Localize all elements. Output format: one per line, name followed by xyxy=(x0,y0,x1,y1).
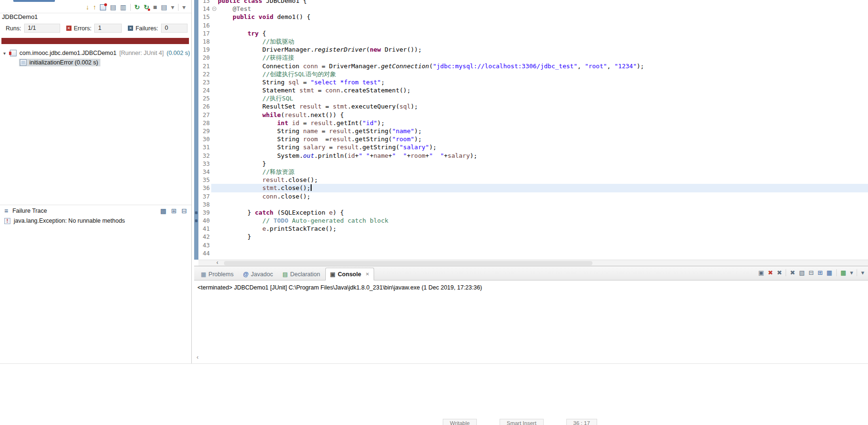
code-text[interactable]: //释放资源 xyxy=(218,168,868,176)
code-line-36[interactable]: 36 stmt.close(); xyxy=(194,184,868,192)
code-line-34[interactable]: 34 //释放资源 xyxy=(194,168,868,176)
code-text[interactable]: int id = result.getInt("id"); xyxy=(218,119,868,127)
editor-horizontal-scrollbar[interactable]: ‹ xyxy=(198,260,868,266)
rerun-failed-first-icon[interactable]: ↻ xyxy=(144,3,150,11)
code-text[interactable]: public class JDBCDemo1 { xyxy=(218,0,868,5)
open-console-dropdown-icon[interactable]: ▾ xyxy=(850,269,853,276)
console-scroll-left-icon[interactable]: ‹ xyxy=(197,353,198,361)
show-console-on-output-icon[interactable]: ▣ xyxy=(758,269,764,276)
code-line-42[interactable]: 42 } xyxy=(194,233,868,241)
code-line-27[interactable]: 27 while(result.next()) { xyxy=(194,111,868,119)
code-text[interactable]: //执行SQL xyxy=(218,94,868,102)
code-line-44[interactable]: 44 xyxy=(194,249,868,257)
code-line-25[interactable]: 25 //执行SQL xyxy=(194,94,868,102)
history-dropdown-icon[interactable]: ▾ xyxy=(171,3,174,11)
code-text[interactable]: Connection conn = DriverManager.getConne… xyxy=(218,62,868,70)
code-text[interactable]: // TODO Auto-generated catch block xyxy=(218,217,868,225)
next-failed-test-icon[interactable]: ↓ xyxy=(86,3,89,11)
code-text[interactable]: } catch (SQLException e) { xyxy=(218,208,868,217)
code-text[interactable] xyxy=(218,249,868,257)
failure-trace-menu-icon[interactable]: ≡ xyxy=(4,207,8,215)
console-output[interactable]: <terminated> JDBCDemo1 [JUnit] C:\Progra… xyxy=(194,281,868,363)
code-line-33[interactable]: 33 } xyxy=(194,160,868,168)
code-line-30[interactable]: 30 String room =result.getString("room")… xyxy=(194,135,868,143)
code-line-14[interactable]: 14− @Test xyxy=(194,5,868,13)
code-text[interactable]: } xyxy=(218,233,868,241)
selected-test[interactable]: initializationError (0.002 s) xyxy=(19,59,100,66)
show-trace-filter-icon[interactable]: ▩ xyxy=(160,207,166,215)
scroll-left-icon[interactable]: ‹ xyxy=(216,259,218,266)
previous-failed-test-icon[interactable]: ↑ xyxy=(93,3,96,11)
code-text[interactable]: String sql = "select *from test"; xyxy=(218,78,868,86)
code-line-26[interactable]: 26 ResultSet result = stmt.executeQuery(… xyxy=(194,102,868,110)
test-suite-row[interactable]: ▾ com.imooc.jdbc.demo1.JDBCDemo1 [Runner… xyxy=(0,48,191,58)
code-text[interactable]: stmt.close(); xyxy=(218,184,868,192)
code-line-18[interactable]: 18 //加载驱动 xyxy=(194,37,868,45)
code-line-40[interactable]: ▨40 // TODO Auto-generated catch block xyxy=(194,217,868,225)
code-text[interactable]: String name = result.getString("name"); xyxy=(218,127,868,135)
scrollbar-thumb[interactable] xyxy=(224,261,592,265)
test-case-row[interactable]: initializationError (0.002 s) xyxy=(0,58,191,67)
code-line-31[interactable]: 31 String salary = result.getString("sal… xyxy=(194,143,868,151)
code-line-28[interactable]: 28 int id = result.getInt("id"); xyxy=(194,119,868,127)
test-hierarchy-icon[interactable]: ▤ xyxy=(161,3,167,11)
display-selected-console-icon[interactable]: ▦ xyxy=(841,269,846,276)
code-line-43[interactable]: 43 xyxy=(194,241,868,249)
code-text[interactable]: //获得连接 xyxy=(218,54,868,62)
code-text[interactable]: ResultSet result = stmt.executeQuery(sql… xyxy=(218,102,868,110)
code-line-21[interactable]: 21 Connection conn = DriverManager.getCo… xyxy=(194,62,868,70)
code-text[interactable]: Statement stmt = conn.createStatement(); xyxy=(218,86,868,94)
code-text[interactable]: e.printStackTrace(); xyxy=(218,225,868,233)
tab-console[interactable]: ▣ Console ✕ xyxy=(325,268,374,280)
ruler-marker-icon[interactable]: ▨ xyxy=(194,217,198,225)
tab-javadoc[interactable]: @ Javadoc xyxy=(239,268,277,280)
failure-trace-item[interactable]: ! java.lang.Exception: No runnable metho… xyxy=(4,217,125,224)
show-test-history-icon[interactable]: ▥ xyxy=(120,3,126,11)
code-text[interactable]: conn.close(); xyxy=(218,192,868,200)
code-text[interactable]: //加载驱动 xyxy=(218,37,868,45)
code-text[interactable]: result.close(); xyxy=(218,176,868,184)
clear-console-icon[interactable]: ▧ xyxy=(799,269,805,276)
code-text[interactable]: String salary = result.getString("salary… xyxy=(218,143,868,151)
code-line-17[interactable]: 17 try { xyxy=(194,29,868,37)
code-text[interactable]: while(result.next()) { xyxy=(218,111,868,119)
code-editor[interactable]: 13public class JDBCDemo1 {14− @Test15 pu… xyxy=(194,0,868,266)
code-text[interactable]: String room =result.getString("room"); xyxy=(218,135,868,143)
code-text[interactable]: try { xyxy=(218,29,868,37)
code-text[interactable] xyxy=(218,200,868,208)
pin-console-icon[interactable]: ▦ xyxy=(826,269,832,276)
tab-declaration[interactable]: ▤ Declaration xyxy=(278,268,324,280)
code-line-29[interactable]: 29 String name = result.getString("name"… xyxy=(194,127,868,135)
remove-all-terminated-icon[interactable]: ✖ xyxy=(790,269,795,276)
code-text[interactable] xyxy=(218,241,868,249)
code-text[interactable]: } xyxy=(218,160,868,168)
code-line-23[interactable]: 23 String sql = "select *from test"; xyxy=(194,78,868,86)
code-text[interactable]: public void demo1() { xyxy=(218,13,868,21)
close-tab-icon[interactable]: ✕ xyxy=(366,271,369,277)
code-line-20[interactable]: 20 //获得连接 xyxy=(194,54,868,62)
code-text[interactable]: //创建执行SQL语句的对象 xyxy=(218,70,868,78)
code-line-15[interactable]: 15 public void demo1() { xyxy=(194,13,868,21)
stop-test-icon[interactable]: ■ xyxy=(153,3,157,11)
code-line-35[interactable]: 35 result.close(); xyxy=(194,176,868,184)
view-menu-icon[interactable]: ▾ xyxy=(182,3,186,11)
tab-problems[interactable]: ▦ Problems xyxy=(197,268,238,280)
copy-trace-icon[interactable]: ⊟ xyxy=(181,207,187,215)
remove-launch-icon[interactable]: ✖ xyxy=(777,269,782,276)
fold-collapse-icon[interactable]: − xyxy=(212,7,216,11)
code-line-38[interactable]: 38 xyxy=(194,200,868,208)
code-text[interactable]: @Test xyxy=(218,5,868,13)
code-text[interactable]: DriverManager.registerDriver(new Driver(… xyxy=(218,45,868,54)
code-line-24[interactable]: 24 Statement stmt = conn.createStatement… xyxy=(194,86,868,94)
show-skipped-tests-icon[interactable]: ▤ xyxy=(110,3,116,11)
show-failures-only-icon[interactable] xyxy=(100,4,106,10)
console-view-menu-icon[interactable]: ▾ xyxy=(861,269,864,276)
terminate-icon[interactable]: ✖ xyxy=(768,269,773,276)
code-text[interactable]: System.out.println(id+" "+name+" "+room+… xyxy=(218,152,868,160)
code-line-39[interactable]: ▨39 } catch (SQLException e) { xyxy=(194,208,868,217)
junit-view-tab[interactable] xyxy=(13,0,55,2)
code-line-16[interactable]: 16 xyxy=(194,21,868,29)
scroll-lock-icon[interactable]: ⊟ xyxy=(809,269,814,276)
code-line-32[interactable]: 32 System.out.println(id+" "+name+" "+ro… xyxy=(194,152,868,160)
rerun-test-icon[interactable]: ↻ xyxy=(134,3,140,11)
